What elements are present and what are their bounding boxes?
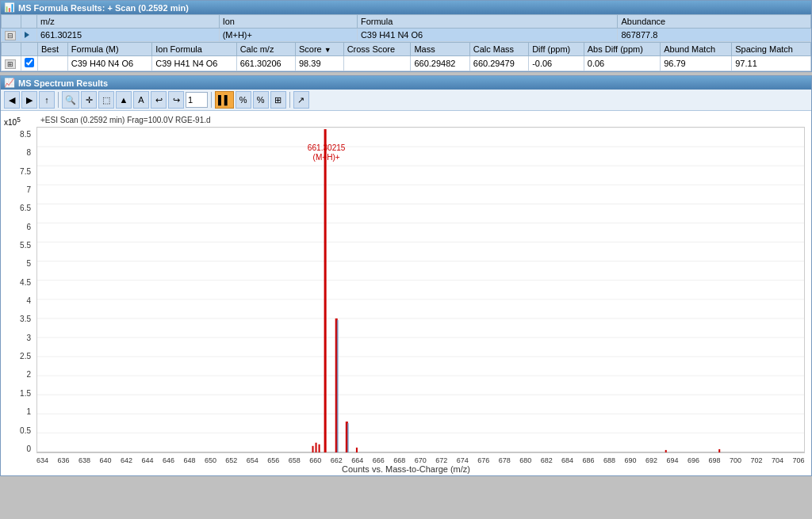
- detail-checkbox[interactable]: [25, 58, 34, 67]
- export-button[interactable]: ↗: [293, 91, 309, 109]
- col-ion: Ion: [219, 15, 357, 29]
- bar-chart-button[interactable]: ▌▌: [215, 91, 234, 109]
- detail-abund: 96.79: [661, 56, 732, 71]
- y-label-4-5: 4.5: [20, 278, 31, 287]
- y-label-5: 5: [26, 259, 31, 268]
- x-684: 684: [561, 456, 573, 464]
- grid-button[interactable]: ⊞: [270, 91, 286, 109]
- y-label-0-5: 0.5: [20, 426, 31, 435]
- x-678: 678: [499, 456, 511, 464]
- cursor-button[interactable]: ✛: [81, 91, 97, 109]
- detail-col-calc-mass: Calc Mass: [469, 43, 528, 56]
- scan-label: +ESI Scan (0.2592 min) Frag=100.0V RGE-9…: [40, 116, 211, 124]
- spectrum-title-icon: 📈: [4, 78, 15, 88]
- formula-panel: 📊 MS Formula Results: + Scan (0.2592 min…: [0, 0, 812, 72]
- detail-col-diff: Diff (ppm): [529, 43, 584, 56]
- peak-ion-label: (M+H)+: [313, 153, 340, 162]
- detail-col-abs-diff: Abs Diff (ppm): [584, 43, 660, 56]
- x-646: 646: [163, 456, 174, 464]
- detail-col-formula-m: Formula (M): [67, 43, 151, 56]
- chart-area: x105 +ESI Scan (0.2592 min) Frag=100.0V …: [1, 111, 811, 475]
- top-mz: 661.30215: [37, 29, 220, 42]
- percent-button[interactable]: %: [236, 91, 251, 109]
- y-axis-scale-label: x105: [4, 116, 21, 127]
- peak-button[interactable]: ▲: [116, 91, 132, 109]
- nav-up-button[interactable]: ↑: [39, 91, 55, 109]
- nav-forward-button[interactable]: ▶: [21, 91, 37, 109]
- formula-title-text: MS Formula Results: + Scan (0.2592 min): [18, 3, 189, 13]
- detail-col-ion-formula: Ion Formula: [152, 43, 236, 56]
- x-636: 636: [57, 456, 69, 464]
- x-axis-labels: 634 636 638 640 642 644 646 648 650 652 …: [36, 456, 805, 464]
- peak-tiny-1: [356, 448, 358, 452]
- zoom-button[interactable]: 🔍: [62, 91, 79, 109]
- detail-expand-button[interactable]: ⊞: [5, 59, 16, 69]
- x-698: 698: [709, 456, 721, 464]
- detail-expand-cell[interactable]: ⊞: [2, 56, 21, 71]
- y-label-3-5: 3.5: [20, 315, 31, 323]
- isotope-peak-blue-2: [347, 423, 349, 452]
- y-label-2: 2: [26, 370, 31, 379]
- y-label-1-5: 1.5: [20, 389, 31, 398]
- x-648: 648: [183, 456, 195, 464]
- spectrum-title-text: MS Spectrum Results: [18, 78, 108, 88]
- nav-back-button[interactable]: ◀: [4, 91, 20, 109]
- label-button[interactable]: A: [133, 91, 149, 109]
- y-label-2-5: 2.5: [20, 352, 31, 361]
- detail-col-checkbox: [21, 43, 38, 56]
- peak-far-2: [718, 449, 720, 452]
- x-672: 672: [435, 456, 447, 464]
- x-674: 674: [457, 456, 469, 464]
- detail-best: [38, 56, 68, 71]
- formula-detail-table: Best Formula (M) Ion Formula Calc m/z Sc…: [1, 42, 811, 71]
- x-680: 680: [519, 456, 531, 464]
- page-input[interactable]: [186, 92, 208, 108]
- detail-diff: -0.06: [529, 56, 584, 71]
- detail-abs-diff: 0.06: [584, 56, 660, 71]
- arrow-cell: [21, 29, 37, 42]
- x-702: 702: [750, 456, 762, 464]
- x-692: 692: [645, 456, 657, 464]
- x-690: 690: [625, 456, 637, 464]
- select-button[interactable]: ⬚: [98, 91, 114, 109]
- detail-checkbox-cell[interactable]: [21, 56, 38, 71]
- expand-cell[interactable]: ⊟: [2, 29, 21, 42]
- detail-col-score: Score ▼: [296, 43, 344, 56]
- x-700: 700: [730, 456, 741, 464]
- x-664: 664: [351, 456, 363, 464]
- undo-button[interactable]: ↩: [151, 91, 167, 109]
- redo-button[interactable]: ↪: [168, 91, 184, 109]
- detail-score: 98.39: [296, 56, 344, 71]
- y-label-6: 6: [26, 223, 31, 231]
- y-label-8: 8: [26, 148, 31, 157]
- x-650: 650: [205, 456, 216, 464]
- y-label-7: 7: [26, 185, 31, 194]
- top-data-row: ⊟ 661.30215 (M+H)+ C39 H41 N4 O6 867877.…: [2, 29, 811, 42]
- detail-mass: 660.29482: [411, 56, 469, 71]
- x-668: 668: [393, 456, 405, 464]
- peak-mz-label: 661.30215: [308, 143, 346, 152]
- toolbar-sep-1: [58, 92, 59, 108]
- detail-spacing: 97.11: [732, 56, 811, 71]
- x-676: 676: [477, 456, 489, 464]
- y-label-6-5: 6.5: [20, 204, 31, 212]
- x-660: 660: [309, 456, 321, 464]
- x-658: 658: [289, 456, 301, 464]
- peak-small-2: [316, 443, 317, 452]
- row-arrow: [25, 32, 29, 38]
- percent2-button[interactable]: %: [253, 91, 269, 109]
- y-label-1: 1: [26, 407, 31, 416]
- formula-title-icon: 📊: [4, 2, 15, 13]
- top-abundance: 867877.8: [618, 29, 811, 42]
- chart-svg: 661.30215 (M+H)+: [37, 128, 804, 452]
- detail-col-spacing: Spacing Match: [732, 43, 811, 56]
- col-mz: m/z: [37, 15, 220, 29]
- x-652: 652: [225, 456, 237, 464]
- x-axis-title: Counts vs. Mass-to-Charge (m/z): [1, 464, 811, 474]
- peak-small-3: [319, 445, 320, 452]
- x-656: 656: [267, 456, 279, 464]
- x-644: 644: [141, 456, 153, 464]
- y-label-5-5: 5.5: [20, 241, 31, 250]
- detail-calc-mass: 660.29479: [469, 56, 528, 71]
- expand-button[interactable]: ⊟: [5, 31, 16, 40]
